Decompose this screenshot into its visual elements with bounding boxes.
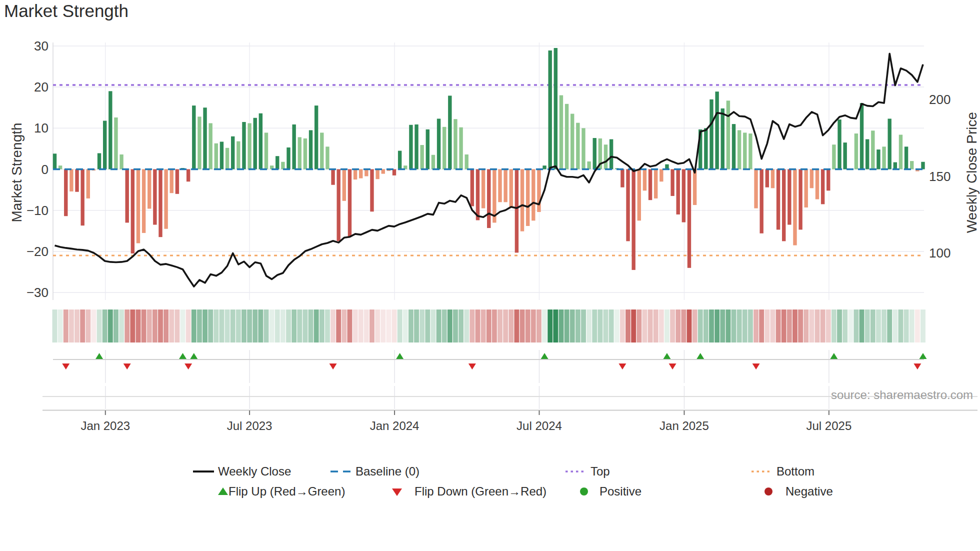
flip-down-marker — [669, 364, 676, 370]
heatmap-cell — [476, 310, 480, 342]
heatmap-cell — [270, 310, 274, 342]
heatmap-cell — [275, 310, 280, 342]
heatmap-cell — [136, 310, 141, 342]
heatmap-cell — [586, 310, 592, 342]
heatmap-cell — [548, 310, 552, 342]
strength-bar — [148, 170, 151, 209]
heatmap-cell — [458, 310, 464, 342]
heatmap-cell — [202, 310, 208, 342]
strength-bar — [548, 50, 552, 170]
strength-bar — [826, 170, 830, 191]
strength-bar — [798, 170, 802, 230]
flip-down-marker — [618, 364, 626, 370]
y-left-tick-label: 10 — [34, 120, 48, 136]
dash-swatch-icon — [330, 464, 352, 479]
heatmap-cell — [642, 310, 647, 342]
heatmap-cell — [754, 310, 758, 342]
strength-bar — [788, 170, 791, 225]
y-left-tick-label: 20 — [34, 80, 48, 94]
strength-bar — [153, 170, 156, 225]
strength-bar — [426, 130, 430, 170]
strength-bar — [754, 170, 758, 208]
strength-bar — [743, 132, 746, 169]
strength-bar — [738, 130, 741, 169]
y-left-tick-label: −30 — [26, 285, 48, 300]
heatmap-cell — [742, 310, 748, 342]
heatmap-cell — [486, 310, 492, 342]
heatmap-cell — [759, 310, 764, 342]
strength-bar — [921, 162, 924, 170]
strength-bar — [515, 170, 518, 253]
heatmap-cell — [832, 310, 836, 342]
strength-bar — [832, 144, 836, 169]
heatmap-cell — [358, 310, 364, 342]
strength-bar — [420, 145, 424, 169]
strength-bar — [398, 151, 402, 170]
heatmap-cell — [842, 310, 848, 342]
strength-bar — [470, 170, 474, 206]
heatmap-cell — [214, 310, 218, 342]
heatmap-cell — [887, 310, 892, 342]
flip-up-marker — [663, 353, 670, 359]
heatmap-cell — [792, 310, 798, 342]
heatmap-cell — [892, 310, 898, 342]
heatmap-cell — [342, 310, 346, 342]
heatmap-cell — [592, 310, 597, 342]
strength-bar — [264, 132, 268, 169]
heatmap-cell — [436, 310, 442, 342]
strength-bar — [721, 108, 724, 170]
heatmap-cell — [614, 310, 620, 342]
strength-bar — [904, 146, 908, 169]
heatmap-cell — [531, 310, 536, 342]
heatmap-cell — [398, 310, 402, 342]
strength-bar — [298, 137, 302, 169]
heatmap-cell — [709, 310, 714, 342]
strength-bar — [882, 146, 886, 169]
heatmap-cell — [247, 310, 252, 342]
strength-bar — [838, 120, 841, 169]
strength-bar — [871, 130, 874, 169]
heatmap-cell — [164, 310, 168, 342]
heatmap-cell — [915, 310, 920, 342]
strength-bar — [654, 170, 658, 198]
heatmap-cell — [732, 310, 736, 342]
legend-item-negative: Negative — [758, 484, 980, 499]
strength-bar — [693, 170, 696, 206]
strength-bar — [710, 100, 713, 170]
strength-bar — [136, 170, 140, 244]
strength-bar — [326, 146, 329, 169]
y-axis-label-left: Market Strength — [9, 122, 25, 222]
strength-bar — [53, 154, 56, 169]
heatmap-cell — [320, 310, 324, 342]
strength-bar — [314, 106, 318, 169]
strength-bar — [336, 170, 340, 242]
dot-swatch-icon — [564, 464, 588, 479]
strength-bar — [866, 139, 869, 169]
strength-bar — [64, 170, 68, 216]
strength-bar — [482, 170, 485, 208]
strength-bar — [376, 170, 379, 180]
strength-bar — [570, 114, 574, 170]
flip-down-marker — [62, 364, 70, 370]
strength-bar — [176, 170, 179, 194]
strength-bar — [276, 156, 279, 169]
strength-bar — [304, 138, 307, 170]
heatmap-cell — [108, 310, 113, 342]
heatmap-cell — [174, 310, 180, 342]
heatmap-cell — [114, 310, 118, 342]
heatmap-cell — [264, 310, 269, 342]
heatmap-cell — [526, 310, 530, 342]
heatmap-cell — [670, 310, 675, 342]
strength-bar — [459, 128, 462, 170]
heatmap-cell — [158, 310, 163, 342]
heatmap-cell — [553, 310, 558, 342]
strength-bar — [108, 91, 112, 169]
heatmap-cell — [124, 310, 130, 342]
strength-bar — [810, 170, 814, 188]
heatmap-cell — [97, 310, 102, 342]
strength-bar — [236, 142, 240, 170]
flip-up-marker — [190, 353, 198, 359]
strength-bar — [465, 154, 468, 170]
heatmap-cell — [654, 310, 658, 342]
heatmap-cell — [420, 310, 424, 342]
